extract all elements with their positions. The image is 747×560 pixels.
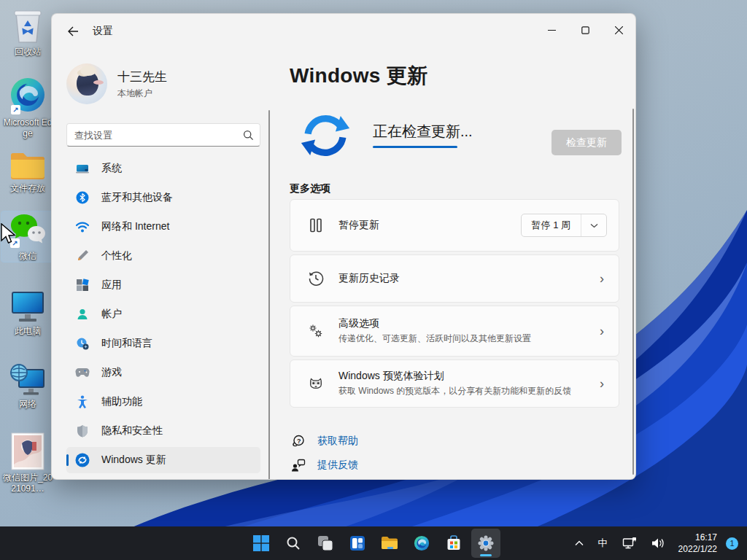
desktop-icon-network[interactable]: 网络 [1, 361, 54, 410]
nav-label: Windows 更新 [101, 454, 166, 467]
clock[interactable]: 16:17 2022/1/22 [674, 532, 721, 555]
windows-update-icon [75, 453, 90, 467]
nav-item-accounts[interactable]: 帐户 [66, 301, 260, 327]
mouse-cursor [0, 223, 16, 245]
history-icon [308, 271, 324, 287]
nav-label: 应用 [101, 279, 122, 292]
image-file-icon [9, 432, 47, 471]
ime-indicator[interactable]: 中 [593, 530, 613, 556]
sync-icon [298, 109, 352, 163]
nav-item-time-language[interactable]: 时间和语言 [66, 330, 260, 357]
taskbar-center [247, 529, 500, 558]
feedback-icon [291, 458, 306, 472]
sidebar-scrollbar[interactable] [268, 110, 270, 480]
titlebar: 设置 [52, 14, 635, 49]
section-label: 更多选项 [290, 182, 330, 195]
card-title: 暂停更新 [338, 219, 521, 232]
close-button[interactable] [602, 14, 635, 46]
user-name: 十三先生 [117, 69, 167, 85]
search-icon [243, 130, 254, 141]
nav-label: 个性化 [101, 249, 132, 262]
maximize-button[interactable] [568, 14, 602, 46]
user-profile[interactable]: 十三先生 本地帐户 [66, 63, 167, 104]
desktop-icon-this-pc[interactable]: 此电脑 [1, 288, 54, 337]
check-updates-button[interactable]: 检查更新 [551, 130, 622, 155]
shortcut-arrow-icon: ↗ [11, 105, 20, 114]
svg-text:?: ? [297, 438, 301, 445]
pause-icon [308, 217, 324, 233]
advanced-options-icon [308, 323, 324, 339]
recycle-bin-icon [10, 9, 45, 45]
start-button[interactable] [247, 529, 276, 558]
gear-icon [477, 534, 495, 552]
widgets-button[interactable] [343, 529, 372, 558]
window-title: 设置 [93, 25, 113, 38]
ethernet-icon [622, 537, 637, 550]
nav-item-windows-update[interactable]: Windows 更新 [66, 447, 260, 473]
tray-overflow-button[interactable] [570, 530, 589, 556]
desktop-icon-wechat-image[interactable]: 微信图片_2021091… [1, 432, 54, 494]
gaming-icon [75, 365, 90, 380]
content-scrollbar[interactable] [632, 109, 634, 475]
settings-button[interactable] [471, 529, 500, 558]
network-tray-button[interactable] [617, 530, 642, 556]
speaker-icon [651, 537, 665, 549]
chevron-right-icon: › [600, 377, 607, 390]
settings-nav: 系统 蓝牙和其他设备 网络和 Internet 个性化 [66, 155, 260, 476]
notification-badge[interactable]: 1 [726, 537, 738, 550]
nav-label: 隐私和安全性 [101, 424, 163, 438]
feedback-link[interactable]: 提供反馈 [291, 458, 358, 472]
task-view-button[interactable] [311, 529, 340, 558]
file-explorer-button[interactable] [375, 529, 404, 558]
get-help-link[interactable]: ? 获取帮助 [291, 434, 358, 448]
accounts-icon [75, 307, 90, 322]
bluetooth-icon [75, 190, 90, 205]
volume-tray-button[interactable] [646, 530, 670, 556]
desktop-icon-edge[interactable]: ↗ Microsoft Edge [1, 77, 54, 139]
update-status-text: 正在检查更新... [373, 122, 473, 141]
card-title: Windows 预览体验计划 [338, 370, 600, 383]
desktop-icon-recycle-bin[interactable]: 回收站 [1, 9, 54, 58]
search-icon [286, 536, 301, 551]
page-title: Windows 更新 [290, 62, 427, 90]
pause-duration-button[interactable]: 暂停 1 周 [521, 214, 607, 237]
nav-label: 辅助功能 [101, 395, 142, 408]
taskbar: 中 16:17 2022/1/22 1 [0, 526, 747, 560]
nav-item-network[interactable]: 网络和 Internet [66, 214, 260, 240]
tray-date: 2022/1/22 [678, 543, 717, 555]
settings-search[interactable] [66, 123, 260, 147]
desktop-icon-folder[interactable]: 文件存放 [1, 149, 54, 194]
minimize-button[interactable] [535, 14, 568, 46]
chevron-right-icon: › [600, 272, 607, 285]
chevron-down-icon[interactable] [581, 214, 606, 236]
wifi-icon [75, 219, 90, 234]
nav-item-system[interactable]: 系统 [66, 155, 260, 182]
nav-label: 帐户 [101, 308, 122, 321]
store-button[interactable] [439, 529, 468, 558]
card-advanced-options[interactable]: 高级选项 传递优化、可选更新、活跃时间以及其他更新设置 › [290, 306, 619, 357]
apps-icon [75, 278, 90, 292]
nav-label: 游戏 [101, 366, 122, 379]
nav-item-bluetooth[interactable]: 蓝牙和其他设备 [66, 184, 260, 211]
nav-item-personalization[interactable]: 个性化 [66, 243, 260, 269]
card-title: 更新历史记录 [338, 272, 600, 285]
folder-icon [9, 149, 47, 182]
network-icon [9, 361, 47, 397]
insider-icon [308, 376, 324, 392]
card-pause-updates: 暂停更新 暂停 1 周 [290, 199, 619, 252]
nav-item-privacy[interactable]: 隐私和安全性 [66, 418, 260, 444]
card-subtitle: 获取 Windows 的预览版本，以分享有关新功能和更新的反馈 [338, 385, 600, 397]
nav-item-apps[interactable]: 应用 [66, 272, 260, 298]
nav-item-gaming[interactable]: 游戏 [66, 359, 260, 386]
personalization-icon [75, 249, 90, 263]
search-input[interactable] [74, 130, 243, 141]
back-button[interactable] [61, 20, 85, 42]
card-insider-program[interactable]: Windows 预览体验计划 获取 Windows 的预览版本，以分享有关新功能… [290, 359, 619, 408]
nav-item-accessibility[interactable]: 辅助功能 [66, 389, 260, 415]
privacy-icon [75, 424, 90, 438]
edge-button[interactable] [407, 529, 436, 558]
task-view-icon [317, 535, 333, 551]
taskbar-search-button[interactable] [279, 529, 308, 558]
card-update-history[interactable]: 更新历史记录 › [290, 254, 619, 303]
pause-duration-label[interactable]: 暂停 1 周 [522, 214, 581, 236]
